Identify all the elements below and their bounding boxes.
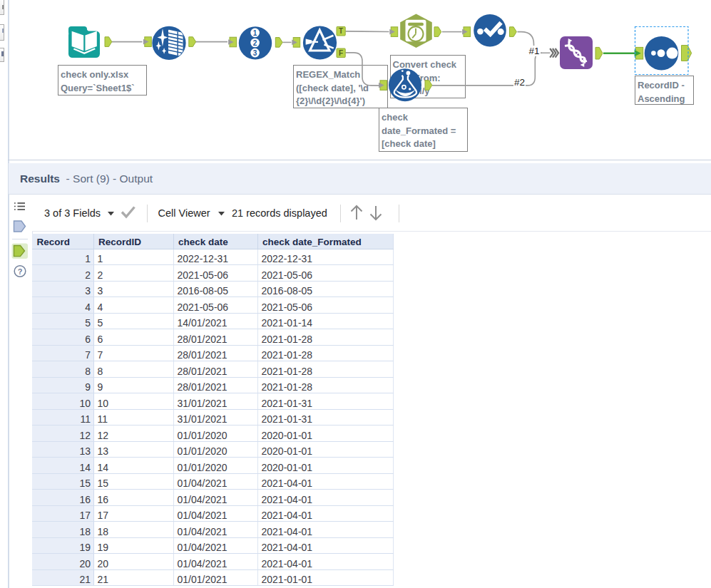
svg-text:3: 3 [253, 49, 257, 57]
svg-text:2: 2 [253, 39, 257, 47]
svg-text:?: ? [18, 267, 23, 276]
svg-text:T: T [339, 27, 343, 35]
svg-text:1: 1 [253, 29, 257, 37]
svg-text:F: F [339, 49, 343, 57]
